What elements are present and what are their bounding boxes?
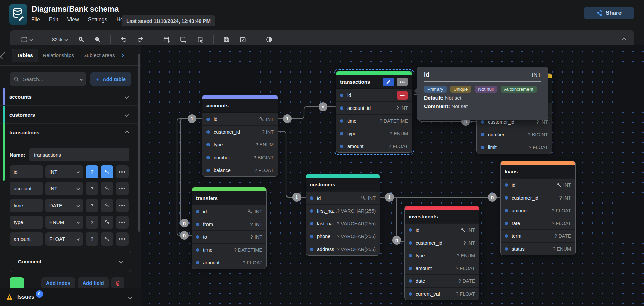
table-field-row[interactable]: idINT (202, 113, 278, 125)
field-type-select[interactable]: ENUM (45, 216, 83, 229)
field-type-select[interactable]: INT (45, 182, 83, 195)
table-name-row[interactable]: transactions••• (336, 75, 412, 89)
theme-button[interactable] (264, 35, 275, 44)
table-name-row[interactable]: customers (306, 178, 380, 191)
sidebar-table-item-transactions[interactable]: transactions (0, 124, 138, 141)
todo-button[interactable] (237, 35, 248, 44)
table-field-row[interactable]: address? VARCHAR(255) (306, 243, 380, 255)
diagram-table-accounts[interactable]: accountsidINTcustomer_id? INTtype? ENUMn… (202, 95, 278, 177)
table-field-row[interactable]: status? ENUM (501, 242, 575, 255)
chevron-down-icon[interactable] (125, 95, 129, 99)
chevron-down-icon[interactable] (125, 113, 129, 117)
field-name-input[interactable]: id (10, 165, 43, 178)
table-more-button[interactable]: ••• (397, 78, 408, 86)
add-index-button[interactable]: Add index (41, 277, 75, 289)
primary-key-toggle-button[interactable] (101, 232, 113, 246)
nullable-toggle-button[interactable]: ? (86, 199, 98, 212)
table-field-row[interactable]: type? ENUM (405, 249, 479, 262)
tab-tables[interactable]: Tables (12, 49, 38, 62)
redo-button[interactable] (135, 35, 146, 44)
table-field-row[interactable]: limit? FLOAT (477, 141, 552, 154)
nullable-toggle-button[interactable]: ? (86, 216, 98, 229)
table-field-row[interactable]: number? BIGINT (477, 128, 552, 141)
table-field-row[interactable]: phone? VARCHAR(255) (306, 230, 380, 243)
diagram-table-transfers[interactable]: transfersidINTfrom? INTto? INTtime? DATE… (192, 187, 267, 269)
table-field-row[interactable]: to? INT (192, 230, 266, 243)
table-field-row[interactable]: current_val? FLOAT (405, 287, 479, 300)
menu-view[interactable]: View (67, 17, 79, 23)
menu-edit[interactable]: Edit (49, 17, 58, 23)
field-name-input[interactable]: type (10, 216, 43, 229)
app-logo[interactable] (9, 4, 27, 25)
save-button[interactable] (221, 35, 232, 44)
table-field-row[interactable]: type? ENUM (202, 138, 278, 151)
chevron-up-icon[interactable] (125, 130, 129, 135)
table-field-row[interactable]: customer_id? INT (405, 236, 479, 249)
menu-settings[interactable]: Settings (88, 17, 107, 23)
table-color-swatch[interactable] (10, 277, 24, 289)
delete-field-button[interactable] (397, 91, 408, 100)
primary-key-toggle-button[interactable] (101, 165, 113, 178)
menu-file[interactable]: File (31, 17, 40, 23)
table-field-row[interactable]: number? BIGINT (202, 151, 278, 164)
table-field-row[interactable]: id (336, 89, 412, 101)
primary-key-toggle-button[interactable] (101, 216, 113, 229)
chevron-down-icon[interactable] (128, 295, 132, 299)
zoom-level-select[interactable]: 82% (49, 35, 70, 44)
edit-table-button[interactable] (383, 78, 394, 86)
table-field-row[interactable]: balance? FLOAT (202, 164, 278, 176)
diagram-table-investments[interactable]: investmentsidINTcustomer_id? INTtype? EN… (404, 206, 479, 300)
diagram-table-transactions[interactable]: transactions•••idaccount_id? INTtime? DA… (336, 71, 412, 153)
field-more-button[interactable]: ••• (116, 165, 129, 178)
table-field-row[interactable]: amount? FLOAT (501, 204, 575, 217)
primary-key-toggle-button[interactable] (101, 182, 113, 195)
table-field-row[interactable]: from? INT (192, 218, 266, 230)
add-note-button[interactable] (194, 35, 206, 45)
search-input[interactable]: Search... (10, 72, 86, 86)
table-field-row[interactable]: time? DATETIME (192, 243, 266, 256)
delete-table-button[interactable] (111, 277, 124, 289)
table-name-row[interactable]: transfers (192, 191, 266, 205)
zoom-in-button[interactable] (76, 35, 87, 44)
table-name-row[interactable]: loans (501, 165, 575, 178)
tab-relationships[interactable]: Relationships (38, 49, 79, 62)
undo-button[interactable] (118, 35, 129, 44)
relationship-edge[interactable] (278, 131, 306, 197)
sidebar-table-item-customers[interactable]: customers (0, 106, 138, 124)
share-button[interactable]: Share (584, 7, 634, 19)
table-field-row[interactable]: type? ENUM (336, 127, 412, 140)
issues-bar[interactable]: Issues 0 (0, 288, 141, 306)
table-field-row[interactable]: customer_id? INT (202, 125, 278, 138)
sidebar-table-item-accounts[interactable]: accounts (0, 88, 138, 106)
sidebar-scrollbar[interactable] (138, 54, 140, 232)
table-name-row[interactable]: accounts (202, 99, 278, 113)
field-name-input[interactable]: amount (10, 232, 43, 246)
tabs-scroll-left-icon[interactable] (0, 52, 7, 59)
add-table-toolbar-button[interactable] (161, 35, 172, 45)
relationship-edge[interactable] (380, 197, 404, 242)
table-field-row[interactable]: customer_id? INT (501, 191, 575, 204)
tabs-scroll-right-icon[interactable] (120, 53, 124, 58)
field-name-input[interactable]: time (10, 199, 43, 212)
table-field-row[interactable]: idINT (405, 223, 479, 236)
add-field-button[interactable]: Add field (78, 277, 109, 289)
comment-section[interactable]: Comment (10, 251, 131, 272)
table-field-row[interactable]: last_na...? VARCHAR(255) (306, 217, 380, 230)
diagram-canvas[interactable]: 1nn1n11nnn accountsidINTcustomer_id? INT… (141, 45, 644, 306)
table-name-row[interactable]: investments (405, 210, 479, 223)
table-field-row[interactable]: idINT (192, 205, 266, 218)
field-type-select[interactable]: INT (45, 165, 83, 178)
nullable-toggle-button[interactable]: ? (86, 182, 98, 195)
table-field-row[interactable]: term? DATE (501, 229, 575, 242)
zoom-out-button[interactable] (92, 35, 103, 44)
table-field-row[interactable]: amount? FLOAT (192, 256, 266, 269)
nullable-toggle-button[interactable]: ? (86, 232, 98, 246)
table-field-row[interactable]: first_na...? VARCHAR(255) (306, 204, 380, 217)
add-area-button[interactable] (178, 35, 189, 45)
table-field-row[interactable]: rate? FLOAT (501, 217, 575, 229)
tab-subject-areas[interactable]: Subject areas (79, 49, 120, 62)
field-name-input[interactable]: account_ (10, 182, 43, 195)
collapse-toolbar-icon[interactable] (622, 37, 626, 42)
field-more-button[interactable]: ••• (116, 182, 129, 195)
diagram-table-loans[interactable]: loansidINTcustomer_id? INTamount? FLOATr… (500, 161, 576, 255)
